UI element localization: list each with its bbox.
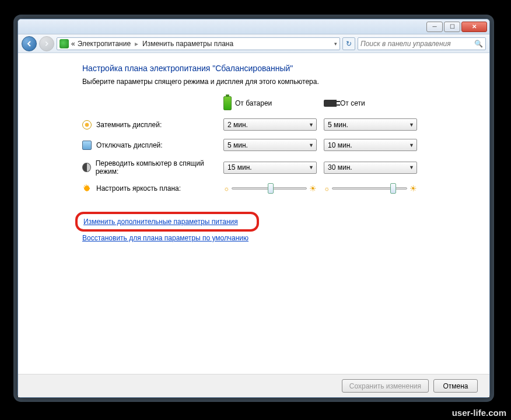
breadcrumb-power[interactable]: Электропитание (78, 40, 131, 48)
slider-thumb[interactable] (390, 183, 396, 194)
address-bar[interactable]: « Электропитание ▸ Изменить параметры пл… (57, 37, 340, 50)
off-ac-select[interactable]: 10 мин. ▼ (324, 139, 417, 151)
chevron-down-icon: ▼ (409, 142, 414, 148)
cancel-button[interactable]: Отмена (433, 379, 478, 393)
settings-grid: От батареи От сети Затемнить дисплей: 2 … (82, 96, 472, 193)
plug-icon (324, 100, 337, 107)
off-battery-select[interactable]: 5 мин. ▼ (223, 139, 317, 151)
sun-low-icon: ☼ (324, 185, 330, 192)
restore-defaults-link[interactable]: Восстановить для плана параметры по умол… (82, 234, 249, 242)
row-sleep-label: Переводить компьютер в спящий режим: (96, 159, 216, 176)
dim-icon (82, 120, 92, 130)
search-input[interactable] (360, 40, 474, 48)
navbar: « Электропитание ▸ Изменить параметры пл… (18, 34, 489, 53)
page-subtitle: Выберите параметры спящего режима и дисп… (82, 78, 472, 86)
slider-thumb[interactable] (268, 183, 274, 194)
breadcrumb-prefix: « (71, 40, 75, 48)
off-ac-value: 10 мин. (328, 141, 352, 149)
minimize-button[interactable]: ─ (426, 22, 443, 32)
content-pane: Настройка плана электропитания "Сбаланси… (18, 53, 489, 374)
refresh-button[interactable]: ↻ (342, 37, 355, 50)
save-button: Сохранить изменения (342, 379, 429, 393)
search-icon[interactable]: 🔍 (474, 40, 483, 48)
maximize-button[interactable]: ☐ (444, 22, 460, 32)
brightness-ac-slider[interactable] (332, 187, 407, 190)
brightness-icon (82, 184, 92, 193)
titlebar: ─ ☐ ✕ (18, 19, 489, 34)
sleep-ac-select[interactable]: 30 мин. ▼ (324, 162, 417, 174)
sleep-ac-value: 30 мин. (328, 163, 352, 172)
row-dim-label: Затемнить дисплей: (96, 121, 162, 129)
footer: Сохранить изменения Отмена (18, 374, 489, 397)
arrow-left-icon (26, 40, 33, 47)
chevron-down-icon: ▼ (309, 122, 314, 128)
row-off-label: Отключать дисплей: (96, 141, 163, 149)
power-options-icon (60, 39, 69, 48)
nav-forward-button[interactable] (39, 36, 54, 51)
brightness-ac-slider-group: ☼ ☀ (324, 184, 417, 193)
dim-ac-select[interactable]: 5 мин. ▼ (324, 118, 417, 131)
brightness-battery-slider[interactable] (232, 187, 307, 190)
page-title: Настройка плана электропитания "Сбаланси… (82, 64, 472, 73)
sleep-battery-value: 15 мин. (228, 163, 252, 172)
close-button[interactable]: ✕ (461, 22, 487, 32)
battery-icon (223, 96, 232, 110)
row-off-display: Отключать дисплей: (82, 141, 216, 150)
sun-high-icon: ☀ (309, 184, 317, 193)
sleep-battery-select[interactable]: 15 мин. ▼ (223, 162, 317, 174)
sleep-icon (82, 163, 91, 172)
search-box[interactable]: 🔍 (358, 37, 486, 50)
sun-low-icon: ☼ (223, 185, 229, 192)
dim-battery-value: 2 мин. (228, 121, 248, 129)
row-brightness-label: Настроить яркость плана: (96, 184, 181, 192)
control-panel-window: ─ ☐ ✕ « Электропитание ▸ Изменить параме… (18, 19, 490, 398)
links-group: Изменить дополнительные параметры питани… (82, 212, 472, 242)
refresh-icon: ↻ (346, 40, 352, 48)
column-battery: От батареи (223, 96, 317, 110)
column-battery-label: От батареи (235, 99, 272, 107)
watermark: user-life.com (452, 408, 506, 418)
nav-back-button[interactable] (22, 36, 37, 51)
breadcrumb-edit-plan[interactable]: Изменить параметры плана (142, 40, 233, 48)
address-dropdown-icon[interactable]: ▾ (334, 41, 337, 47)
breadcrumb-sep-icon: ▸ (135, 40, 138, 48)
row-dim-display: Затемнить дисплей: (82, 120, 216, 130)
advanced-settings-link[interactable]: Изменить дополнительные параметры питани… (83, 218, 238, 226)
arrow-right-icon (44, 41, 50, 47)
row-sleep: Переводить компьютер в спящий режим: (82, 159, 216, 176)
highlight-annotation: Изменить дополнительные параметры питани… (75, 212, 259, 232)
display-icon (82, 141, 92, 150)
brightness-battery-slider-group: ☼ ☀ (223, 184, 317, 193)
chevron-down-icon: ▼ (309, 142, 314, 148)
chevron-down-icon: ▼ (409, 164, 414, 170)
chevron-down-icon: ▼ (309, 164, 314, 170)
chevron-down-icon: ▼ (409, 122, 414, 128)
row-brightness: Настроить яркость плана: (82, 184, 216, 193)
dim-ac-value: 5 мин. (328, 121, 348, 129)
column-ac-label: От сети (340, 99, 365, 107)
off-battery-value: 5 мин. (228, 141, 248, 149)
dim-battery-select[interactable]: 2 мин. ▼ (223, 118, 317, 131)
sun-high-icon: ☀ (410, 184, 417, 193)
column-ac: От сети (324, 99, 417, 107)
